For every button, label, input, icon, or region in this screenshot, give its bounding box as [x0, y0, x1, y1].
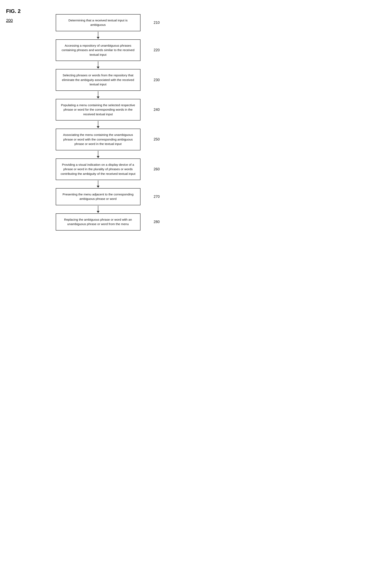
arrow-icon-5 [97, 180, 100, 188]
arrow-icon-4 [97, 151, 100, 158]
step-number-220: 220 [154, 48, 160, 52]
arrow-6 [0, 205, 196, 214]
arrow-line [98, 32, 98, 37]
arrow-5 [0, 180, 196, 188]
arrow-icon-3 [97, 121, 100, 128]
arrow-head [97, 156, 100, 158]
step-box-230: Selecting phrases or words from the repo… [56, 69, 140, 91]
arrow-line [98, 151, 98, 156]
step-number-260: 260 [154, 167, 160, 172]
step-row-260: Providing a visual indication on a displ… [0, 158, 196, 180]
page: FIG. 2 200 Determining that a received t… [0, 0, 196, 292]
step-box-240: Populating a menu containing the selecte… [56, 99, 140, 120]
step-box-210: Determining that a received textual inpu… [56, 14, 140, 31]
figure-label: FIG. 2 [6, 8, 20, 14]
step-row-280: Replacing the ambiguous phrase or word w… [0, 214, 196, 230]
flowchart: Determining that a received textual inpu… [0, 8, 196, 230]
step-row-240: Populating a menu containing the selecte… [0, 99, 196, 120]
arrow-line [98, 206, 98, 211]
arrow-2 [0, 91, 196, 99]
arrow-4 [0, 150, 196, 158]
step-row-220: Accessing a repository of unambiguous ph… [0, 39, 196, 61]
arrow-head [97, 126, 100, 128]
arrow-line [98, 61, 98, 66]
arrow-icon-6 [97, 206, 100, 213]
step-number-240: 240 [154, 108, 160, 112]
step-number-270: 270 [154, 194, 160, 199]
step-box-220: Accessing a repository of unambiguous ph… [56, 39, 140, 61]
step-number-250: 250 [154, 137, 160, 142]
step-number-210: 210 [154, 20, 160, 25]
arrow-line [98, 121, 98, 126]
arrow-line [98, 180, 98, 186]
arrow-1 [0, 61, 196, 69]
step-number-230: 230 [154, 78, 160, 82]
step-box-250: Associating the menu containing the unam… [56, 128, 140, 150]
arrow-head [97, 66, 100, 69]
arrow-0 [0, 31, 196, 39]
step-number-280: 280 [154, 220, 160, 224]
arrow-icon-2 [97, 91, 100, 98]
arrow-3 [0, 120, 196, 128]
step-row-210: Determining that a received textual inpu… [0, 14, 196, 31]
step-row-270: Presenting the menu adjacent to the corr… [0, 188, 196, 205]
step-box-270: Presenting the menu adjacent to the corr… [56, 188, 140, 205]
step-row-230: Selecting phrases or words from the repo… [0, 69, 196, 91]
arrow-icon-1 [97, 61, 100, 69]
arrow-head [97, 96, 100, 98]
arrow-head [97, 186, 100, 188]
arrow-head [97, 211, 100, 213]
arrow-line [98, 91, 98, 96]
step-row-250: Associating the menu containing the unam… [0, 128, 196, 150]
step-box-280: Replacing the ambiguous phrase or word w… [56, 214, 140, 230]
arrow-icon-0 [97, 32, 100, 39]
arrow-head [97, 37, 100, 39]
step-box-260: Providing a visual indication on a displ… [56, 158, 140, 180]
